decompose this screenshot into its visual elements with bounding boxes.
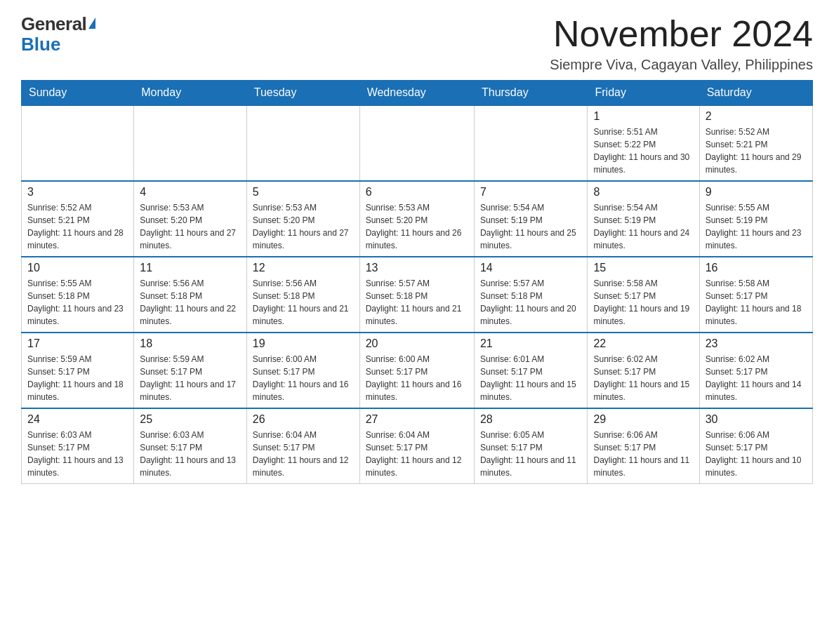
logo-general-text: General — [21, 14, 86, 34]
day-number: 5 — [253, 186, 354, 199]
calendar-day-cell: 22Sunrise: 6:02 AMSunset: 5:17 PMDayligh… — [588, 333, 699, 408]
calendar-table: SundayMondayTuesdayWednesdayThursdayFrid… — [21, 80, 813, 484]
day-info: Sunrise: 6:05 AMSunset: 5:17 PMDaylight:… — [480, 429, 582, 479]
day-number: 10 — [27, 262, 128, 274]
day-number: 11 — [140, 262, 241, 274]
calendar-day-cell: 11Sunrise: 5:56 AMSunset: 5:18 PMDayligh… — [134, 257, 247, 333]
calendar-day-cell: 6Sunrise: 5:53 AMSunset: 5:20 PMDaylight… — [359, 181, 474, 257]
day-info: Sunrise: 5:53 AMSunset: 5:20 PMDaylight:… — [253, 201, 354, 252]
calendar-day-cell: 10Sunrise: 5:55 AMSunset: 5:18 PMDayligh… — [22, 257, 134, 333]
calendar-day-cell: 9Sunrise: 5:55 AMSunset: 5:19 PMDaylight… — [699, 181, 812, 257]
day-info: Sunrise: 6:06 AMSunset: 5:17 PMDaylight:… — [593, 429, 693, 479]
day-number: 22 — [593, 337, 693, 350]
day-number: 27 — [366, 413, 468, 426]
day-number: 7 — [480, 186, 582, 199]
day-info: Sunrise: 6:04 AMSunset: 5:17 PMDaylight:… — [366, 429, 468, 479]
day-info: Sunrise: 6:00 AMSunset: 5:17 PMDaylight:… — [253, 353, 354, 403]
calendar-day-cell: 14Sunrise: 5:57 AMSunset: 5:18 PMDayligh… — [474, 257, 588, 333]
calendar-header-sunday: Sunday — [22, 81, 134, 106]
day-info: Sunrise: 6:01 AMSunset: 5:17 PMDaylight:… — [480, 353, 582, 403]
day-number: 16 — [706, 262, 807, 274]
day-number: 23 — [706, 337, 807, 350]
day-info: Sunrise: 6:03 AMSunset: 5:17 PMDaylight:… — [140, 429, 241, 479]
day-info: Sunrise: 6:04 AMSunset: 5:17 PMDaylight:… — [253, 429, 354, 479]
calendar-day-cell: 7Sunrise: 5:54 AMSunset: 5:19 PMDaylight… — [474, 181, 588, 257]
calendar-day-cell — [246, 105, 359, 181]
day-info: Sunrise: 5:52 AMSunset: 5:21 PMDaylight:… — [27, 201, 128, 252]
calendar-week-row: 24Sunrise: 6:03 AMSunset: 5:17 PMDayligh… — [22, 408, 813, 484]
day-number: 9 — [706, 186, 807, 199]
day-info: Sunrise: 5:59 AMSunset: 5:17 PMDaylight:… — [140, 353, 241, 403]
day-info: Sunrise: 6:02 AMSunset: 5:17 PMDaylight:… — [593, 353, 693, 403]
day-number: 25 — [140, 413, 241, 426]
day-info: Sunrise: 6:03 AMSunset: 5:17 PMDaylight:… — [27, 429, 128, 479]
calendar-week-row: 17Sunrise: 5:59 AMSunset: 5:17 PMDayligh… — [22, 333, 813, 408]
calendar-day-cell: 3Sunrise: 5:52 AMSunset: 5:21 PMDaylight… — [22, 181, 134, 257]
day-number: 24 — [27, 413, 128, 426]
day-info: Sunrise: 5:53 AMSunset: 5:20 PMDaylight:… — [366, 201, 468, 252]
calendar-day-cell — [134, 105, 247, 181]
day-info: Sunrise: 6:02 AMSunset: 5:17 PMDaylight:… — [706, 353, 807, 403]
logo-blue-text: Blue — [21, 34, 95, 55]
calendar-week-row: 1Sunrise: 5:51 AMSunset: 5:22 PMDaylight… — [22, 105, 813, 181]
page-header: General Blue November 2024 Siempre Viva,… — [21, 14, 813, 73]
title-block: November 2024 Siempre Viva, Cagayan Vall… — [550, 14, 813, 73]
day-info: Sunrise: 5:57 AMSunset: 5:18 PMDaylight:… — [480, 277, 582, 328]
calendar-day-cell: 26Sunrise: 6:04 AMSunset: 5:17 PMDayligh… — [246, 408, 359, 484]
day-number: 20 — [366, 337, 468, 350]
day-number: 3 — [27, 186, 128, 199]
calendar-day-cell: 12Sunrise: 5:56 AMSunset: 5:18 PMDayligh… — [246, 257, 359, 333]
calendar-day-cell: 25Sunrise: 6:03 AMSunset: 5:17 PMDayligh… — [134, 408, 247, 484]
calendar-day-cell: 27Sunrise: 6:04 AMSunset: 5:17 PMDayligh… — [359, 408, 474, 484]
day-info: Sunrise: 5:58 AMSunset: 5:17 PMDaylight:… — [706, 277, 807, 328]
day-info: Sunrise: 5:55 AMSunset: 5:19 PMDaylight:… — [706, 201, 807, 252]
calendar-day-cell: 24Sunrise: 6:03 AMSunset: 5:17 PMDayligh… — [22, 408, 134, 484]
calendar-day-cell: 8Sunrise: 5:54 AMSunset: 5:19 PMDaylight… — [588, 181, 699, 257]
calendar-header-wednesday: Wednesday — [359, 81, 474, 106]
day-number: 8 — [593, 186, 693, 199]
calendar-header-monday: Monday — [134, 81, 247, 106]
day-number: 15 — [593, 262, 693, 274]
calendar-header-saturday: Saturday — [699, 81, 812, 106]
day-number: 14 — [480, 262, 582, 274]
day-number: 17 — [27, 337, 128, 350]
day-info: Sunrise: 5:56 AMSunset: 5:18 PMDaylight:… — [253, 277, 354, 328]
calendar-week-row: 3Sunrise: 5:52 AMSunset: 5:21 PMDaylight… — [22, 181, 813, 257]
calendar-header-tuesday: Tuesday — [246, 81, 359, 106]
day-info: Sunrise: 5:53 AMSunset: 5:20 PMDaylight:… — [140, 201, 241, 252]
day-number: 2 — [706, 110, 807, 123]
day-info: Sunrise: 5:51 AMSunset: 5:22 PMDaylight:… — [593, 126, 693, 176]
calendar-day-cell — [22, 105, 134, 181]
day-number: 12 — [253, 262, 354, 274]
day-number: 30 — [706, 413, 807, 426]
calendar-day-cell: 28Sunrise: 6:05 AMSunset: 5:17 PMDayligh… — [474, 408, 588, 484]
calendar-day-cell: 20Sunrise: 6:00 AMSunset: 5:17 PMDayligh… — [359, 333, 474, 408]
day-number: 21 — [480, 337, 582, 350]
calendar-day-cell: 23Sunrise: 6:02 AMSunset: 5:17 PMDayligh… — [699, 333, 812, 408]
day-info: Sunrise: 5:52 AMSunset: 5:21 PMDaylight:… — [706, 126, 807, 176]
day-number: 29 — [593, 413, 693, 426]
logo-triangle-icon — [88, 18, 95, 29]
calendar-week-row: 10Sunrise: 5:55 AMSunset: 5:18 PMDayligh… — [22, 257, 813, 333]
calendar-day-cell — [359, 105, 474, 181]
calendar-header-friday: Friday — [588, 81, 699, 106]
day-info: Sunrise: 5:58 AMSunset: 5:17 PMDaylight:… — [593, 277, 693, 328]
calendar-day-cell: 13Sunrise: 5:57 AMSunset: 5:18 PMDayligh… — [359, 257, 474, 333]
day-info: Sunrise: 5:56 AMSunset: 5:18 PMDaylight:… — [140, 277, 241, 328]
day-info: Sunrise: 5:54 AMSunset: 5:19 PMDaylight:… — [593, 201, 693, 252]
day-number: 18 — [140, 337, 241, 350]
day-number: 28 — [480, 413, 582, 426]
logo: General Blue — [21, 14, 95, 54]
calendar-day-cell: 1Sunrise: 5:51 AMSunset: 5:22 PMDaylight… — [588, 105, 699, 181]
day-info: Sunrise: 6:06 AMSunset: 5:17 PMDaylight:… — [706, 429, 807, 479]
calendar-day-cell: 4Sunrise: 5:53 AMSunset: 5:20 PMDaylight… — [134, 181, 247, 257]
day-info: Sunrise: 5:57 AMSunset: 5:18 PMDaylight:… — [366, 277, 468, 328]
day-number: 4 — [140, 186, 241, 199]
calendar-day-cell — [474, 105, 588, 181]
calendar-day-cell: 2Sunrise: 5:52 AMSunset: 5:21 PMDaylight… — [699, 105, 812, 181]
calendar-header-row: SundayMondayTuesdayWednesdayThursdayFrid… — [22, 81, 813, 106]
calendar-day-cell: 16Sunrise: 5:58 AMSunset: 5:17 PMDayligh… — [699, 257, 812, 333]
day-number: 13 — [366, 262, 468, 274]
calendar-day-cell: 18Sunrise: 5:59 AMSunset: 5:17 PMDayligh… — [134, 333, 247, 408]
day-number: 6 — [366, 186, 468, 199]
